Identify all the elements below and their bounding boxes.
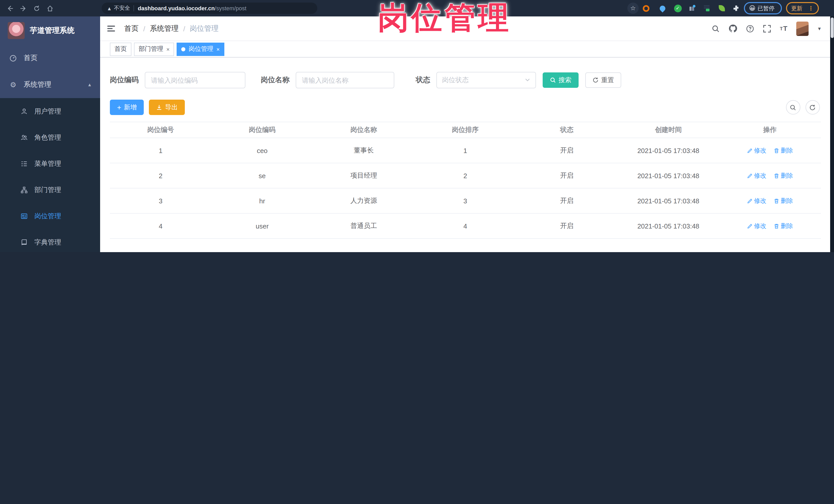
sidebar-item-home[interactable]: 首页 [0,45,100,71]
tags-view-bar: 首页 部门管理 × 岗位管理 × [100,41,830,58]
close-icon[interactable]: × [216,46,220,52]
role-icon [20,133,28,141]
breadcrumb-current: 岗位管理 [190,24,219,33]
fullscreen-icon[interactable] [763,24,771,32]
cell-created-at: 2021-01-05 17:03:48 [618,214,719,238]
reload-icon[interactable] [30,2,43,15]
reset-button[interactable]: 重置 [585,72,621,88]
sidebar-item-posts[interactable]: 岗位管理 [0,203,100,229]
main-area: 首页 / 系统管理 / 岗位管理 TT ▼ [100,17,830,252]
menu-list-icon [20,160,28,168]
warning-icon: ▲ [107,5,112,11]
scrollbar-thumb[interactable] [830,18,833,38]
col-post-id: 岗位编号 [110,122,212,138]
sidebar-item-roles[interactable]: 角色管理 [0,124,100,151]
extension-orange-icon[interactable] [641,4,651,13]
org-tree-icon [20,186,28,194]
tab-posts[interactable]: 岗位管理 × [177,42,224,56]
sidebar-item-users[interactable]: 用户管理 [0,98,100,124]
add-button[interactable]: + 新增 [110,100,144,115]
home-icon[interactable] [43,2,57,15]
breadcrumb-system[interactable]: 系统管理 [150,24,179,33]
cell-post-sort: 2 [415,163,516,188]
cell-actions: 修改 删除 [719,138,821,163]
user-icon [20,107,28,115]
col-post-code: 岗位编码 [212,122,313,138]
search-form: 岗位编码 岗位名称 状态 岗位状态 搜索 重置 [110,72,621,88]
edit-button[interactable]: 修改 [747,171,766,180]
gear-icon: ⚙ [9,81,17,89]
extension-pin-icon[interactable] [658,4,667,13]
browser-menu-icon[interactable]: ⋮ [808,5,814,12]
extension-leaf-icon[interactable] [717,4,726,13]
system-submenu: 用户管理 角色管理 菜单管理 部门管理 岗位管理 [0,98,100,252]
update-label: 更新 [791,4,803,12]
extensions-puzzle-icon[interactable] [731,4,741,13]
table-settings [786,100,820,114]
table-toolbar: + 新增 导出 [110,100,185,115]
edit-button[interactable]: 修改 [747,222,766,230]
cell-post-name: 董事长 [313,138,415,163]
col-created-at: 创建时间 [618,122,719,138]
browser-toolbar: ▲ 不安全 dashboard.yudao.iocoder.cn/system/… [0,0,834,17]
cell-post-id: 1 [110,138,212,163]
forward-icon[interactable] [17,2,30,15]
profile-emoji-icon: 😀 [749,5,755,12]
sidebar-item-departments[interactable]: 部门管理 [0,177,100,203]
cell-post-sort: 1 [415,138,516,163]
back-icon[interactable] [3,2,17,15]
delete-button[interactable]: 删除 [773,146,793,155]
refresh-icon[interactable] [805,100,820,114]
chevron-up-icon: ▲ [87,82,92,87]
help-icon[interactable] [746,24,754,32]
tab-departments[interactable]: 部门管理 × [134,42,174,56]
browser-profile-chip[interactable]: 😀 已暂停 [744,2,782,14]
app-navbar: 首页 / 系统管理 / 岗位管理 TT ▼ [100,17,830,41]
user-avatar[interactable] [796,21,808,36]
hamburger-icon[interactable] [107,25,115,32]
col-status: 状态 [516,122,618,138]
delete-button[interactable]: 删除 [773,171,793,180]
sidebar-item-dictionary[interactable]: 字典管理 [0,229,100,252]
tab-home[interactable]: 首页 [110,42,131,56]
dashboard-icon [9,54,17,62]
extension-check-icon[interactable]: ✓ [673,4,682,13]
cell-status: 开启 [516,163,618,188]
font-size-icon[interactable]: TT [780,25,787,32]
extension-grid-icon[interactable] [688,4,697,13]
chevron-down-icon [525,76,530,84]
sidebar-item-menus[interactable]: 菜单管理 [0,151,100,177]
app-logo[interactable]: 芋道管理系统 [0,17,100,45]
search-button[interactable]: 搜索 [543,72,578,88]
scrollbar [830,17,834,252]
cell-created-at: 2021-01-05 17:03:48 [618,138,719,163]
status-select[interactable]: 岗位状态 [436,72,536,88]
sidebar-item-system[interactable]: ⚙ 系统管理 ▲ [0,71,100,98]
post-name-label: 岗位名称 [261,75,289,85]
search-icon[interactable] [711,24,720,32]
search-toggle-icon[interactable] [786,100,800,114]
post-code-input[interactable] [145,72,245,88]
post-code-label: 岗位编码 [110,75,139,85]
edit-button[interactable]: 修改 [747,196,766,205]
cell-post-name: 普通员工 [313,214,415,238]
col-post-sort: 岗位排序 [415,122,516,138]
cell-created-at: 2021-01-05 17:03:48 [618,189,719,213]
close-icon[interactable]: × [166,46,170,52]
extension-table-icon[interactable] [702,4,711,13]
url-path: /system/post [215,5,246,11]
address-bar[interactable]: ▲ 不安全 dashboard.yudao.iocoder.cn/system/… [102,3,317,14]
breadcrumb-home[interactable]: 首页 [124,24,139,33]
cell-status: 开启 [516,189,618,213]
export-button[interactable]: 导出 [149,100,185,115]
delete-button[interactable]: 删除 [773,222,793,230]
browser-update-button[interactable]: 更新 ⋮ [786,2,819,14]
post-name-input[interactable] [296,72,394,88]
cell-post-name: 人力资源 [313,189,415,213]
chevron-down-icon[interactable]: ▼ [817,26,822,31]
github-icon[interactable] [728,24,737,33]
delete-button[interactable]: 删除 [773,196,793,205]
cell-post-sort: 3 [415,189,516,213]
edit-button[interactable]: 修改 [747,146,766,155]
bookmark-star-icon[interactable]: ☆ [627,3,639,14]
